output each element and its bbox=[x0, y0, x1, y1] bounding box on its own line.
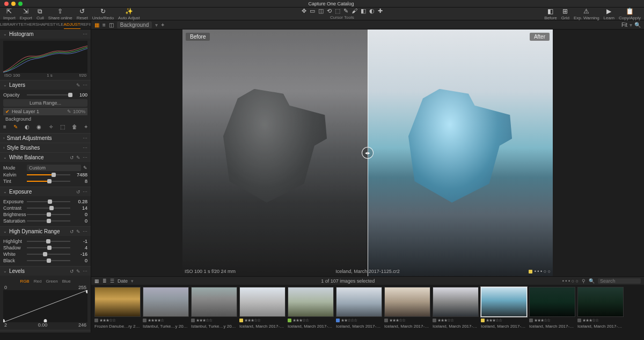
picker-tool[interactable]: ✎ bbox=[343, 8, 348, 14]
browser-filmstrip-icon[interactable]: ☰ bbox=[110, 278, 114, 284]
levels-channel-rgb[interactable]: RGB bbox=[20, 279, 29, 284]
filmstrip[interactable]: ★★★☆☆Frozen Danube…ry 2016-8.cr2★★★★☆Ist… bbox=[91, 285, 644, 332]
gradient-mask-icon[interactable]: ◐ bbox=[25, 124, 30, 130]
thumbnail[interactable]: ★★★☆☆Iceland, March 2017-65.dng bbox=[239, 287, 286, 330]
thumbnail[interactable]: ★★★☆☆Iceland, March 2017-256.cr2 bbox=[384, 287, 430, 330]
browser-grid-icon[interactable]: ▦ bbox=[94, 278, 99, 284]
white-slider[interactable] bbox=[27, 254, 70, 255]
view-list-icon[interactable]: ≡ bbox=[103, 22, 106, 28]
luma-range-button[interactable]: Luma Range... bbox=[3, 99, 87, 107]
brush-mask-icon[interactable]: ✎ bbox=[13, 124, 18, 130]
search-input[interactable]: Search bbox=[598, 278, 641, 284]
main-toolbar: ⇱Import⇲Export⧉Cull⇪Share online↺Reset↻U… bbox=[0, 8, 644, 20]
close-window[interactable] bbox=[4, 2, 9, 6]
learn-button[interactable]: ▶Learn bbox=[604, 8, 614, 20]
rating-dots[interactable]: • • • ○ ○ bbox=[535, 269, 551, 274]
curve-header[interactable]: ›Curve⋯ bbox=[0, 330, 91, 332]
panel-menu-icon[interactable]: ⋯ bbox=[83, 83, 87, 88]
maximize-window[interactable] bbox=[18, 2, 23, 6]
brightness-slider[interactable] bbox=[27, 214, 70, 215]
thumbnail[interactable]: ★★★★☆Istanbul, Turke…y 2017-318.cr2 bbox=[143, 287, 189, 330]
add-variant-icon[interactable]: + bbox=[161, 22, 164, 28]
levels-channel-red[interactable]: Red bbox=[34, 279, 42, 284]
rotate-tool[interactable]: ⟲ bbox=[327, 8, 332, 14]
grid-button[interactable]: ⊞Grid bbox=[561, 8, 569, 20]
tab-adjust[interactable]: ADJUST bbox=[64, 20, 80, 29]
thumbnail[interactable]: ★★★☆☆Frozen Danube…ry 2016-8.cr2 bbox=[94, 287, 141, 330]
delete-mask-icon[interactable]: 🗑 bbox=[72, 124, 77, 130]
before-button[interactable]: ◧Before bbox=[544, 8, 557, 20]
brush-icon[interactable]: ✎ bbox=[76, 83, 80, 88]
undo-redo-button[interactable]: ↻Undo/Redo bbox=[92, 8, 114, 20]
filter-icon[interactable]: ⚲ bbox=[582, 278, 586, 284]
thumbnail[interactable]: ★★★☆☆Iceland, March 2017-1125.cr2 bbox=[481, 287, 527, 330]
highlight-slider[interactable] bbox=[27, 241, 70, 242]
add-layer-icon[interactable]: ≡ bbox=[3, 124, 6, 130]
filter-rating-icon[interactable]: • • • ○ ○ bbox=[562, 278, 579, 284]
levels-channel-green[interactable]: Green bbox=[46, 279, 57, 284]
select-tool[interactable]: ▭ bbox=[310, 8, 315, 14]
layer-row[interactable]: Background bbox=[3, 115, 87, 123]
wb-mode-select[interactable]: Custom bbox=[27, 165, 81, 171]
levels-channel-blue[interactable]: Blue bbox=[62, 279, 71, 284]
copy-apply-button[interactable]: 📋Copy/Apply bbox=[619, 8, 641, 20]
saturation-slider[interactable] bbox=[27, 220, 70, 221]
view-grid-icon[interactable]: ▦ bbox=[94, 22, 99, 28]
export-button[interactable]: ⇲Export bbox=[20, 8, 32, 20]
breadcrumb[interactable]: Background bbox=[117, 21, 152, 28]
shadow-slider[interactable] bbox=[27, 247, 70, 248]
keystone-tool[interactable]: ⬚ bbox=[335, 8, 340, 14]
import-button[interactable]: ⇱Import bbox=[3, 8, 16, 20]
thumbnail[interactable]: ★★★☆☆Iceland, March 2017-1486.cr2 bbox=[577, 287, 624, 330]
exp-warning-button[interactable]: ⚠Exp. Warning bbox=[574, 8, 599, 20]
brush-tool[interactable]: 🖌 bbox=[352, 8, 357, 14]
image-viewer[interactable]: ◂▸ Before After ISO 100 1 s f/20 24 mm I… bbox=[91, 29, 644, 276]
compare-handle[interactable]: ◂▸ bbox=[362, 147, 374, 159]
reset-icon[interactable]: ↺ bbox=[70, 155, 74, 160]
thumbnail[interactable]: ★★☆☆☆Iceland, March 2017-174.dng bbox=[336, 287, 382, 330]
tab-style[interactable]: STYLE bbox=[50, 20, 63, 29]
panel-menu-icon[interactable]: ⋯ bbox=[83, 32, 87, 37]
pan-tool[interactable]: ✥ bbox=[302, 8, 306, 14]
eraser-tool[interactable]: ◧ bbox=[361, 8, 366, 14]
svg-point-0 bbox=[86, 290, 87, 293]
thumbnail[interactable]: ★★★☆☆Istanbul, Turke…y 2017-78.cr2 bbox=[191, 287, 237, 330]
picker-icon[interactable]: ✎ bbox=[76, 155, 80, 160]
style-brushes-header[interactable]: ›Style Brushes⋯ bbox=[0, 143, 91, 152]
thumbnail[interactable]: ★★★☆☆Iceland, March 2017-255.cr2 bbox=[433, 287, 479, 330]
minimize-window[interactable] bbox=[11, 2, 16, 6]
opacity-slider[interactable] bbox=[27, 94, 70, 95]
sort-dropdown[interactable]: Date bbox=[118, 278, 128, 284]
mask-tool[interactable]: ◐ bbox=[369, 8, 375, 14]
thumbnail[interactable]: ★★★☆☆Iceland, March 2017-1486.dng bbox=[529, 287, 575, 330]
tint-slider[interactable] bbox=[27, 181, 70, 182]
cull-button[interactable]: ⧉Cull bbox=[36, 8, 44, 20]
exposure-slider[interactable] bbox=[27, 201, 70, 202]
kelvin-slider[interactable] bbox=[27, 174, 70, 175]
levels-graph[interactable] bbox=[3, 290, 87, 322]
invert-mask-icon[interactable]: ⬚ bbox=[60, 124, 65, 130]
tab-tether[interactable]: TETHER bbox=[18, 20, 35, 29]
browser-bar: ▦ ≣ ☰ Date▾ 1 of 107 images selected • •… bbox=[91, 276, 644, 284]
auto-adjust-button[interactable]: ✨Auto Adjust bbox=[118, 8, 140, 20]
tab-library[interactable]: LIBRARY bbox=[0, 20, 18, 29]
tab-refine[interactable]: REFINE bbox=[80, 20, 91, 29]
reset-button[interactable]: ↺Reset bbox=[77, 8, 88, 20]
view-split-icon[interactable]: ◫ bbox=[109, 22, 114, 28]
ai-mask-icon[interactable]: ✧ bbox=[49, 124, 53, 130]
black-slider[interactable] bbox=[27, 260, 70, 261]
smart-adjustments-header[interactable]: ›Smart Adjustments⋯ bbox=[0, 134, 91, 143]
thumbnail[interactable]: ★★★☆☆Iceland, March 2017-105.cr2 bbox=[288, 287, 334, 330]
share-online-button[interactable]: ⇪Share online bbox=[48, 8, 72, 20]
fit-dropdown[interactable]: Fit bbox=[621, 22, 627, 28]
heal-tool[interactable]: ✚ bbox=[378, 8, 383, 14]
zoom-icon[interactable]: 🔍 bbox=[634, 22, 641, 28]
radial-mask-icon[interactable]: ◉ bbox=[36, 124, 41, 130]
eyedropper-icon[interactable]: ✎ bbox=[83, 165, 87, 171]
tab-shape[interactable]: SHAPE bbox=[35, 20, 50, 29]
crop-tool[interactable]: ◫ bbox=[318, 8, 324, 14]
add-layer-plus-icon[interactable]: + bbox=[84, 124, 87, 130]
layer-row[interactable]: ✔Heal Layer 1✎ 100% bbox=[3, 108, 87, 115]
browser-list-icon[interactable]: ≣ bbox=[103, 278, 107, 284]
contrast-slider[interactable] bbox=[27, 208, 70, 209]
